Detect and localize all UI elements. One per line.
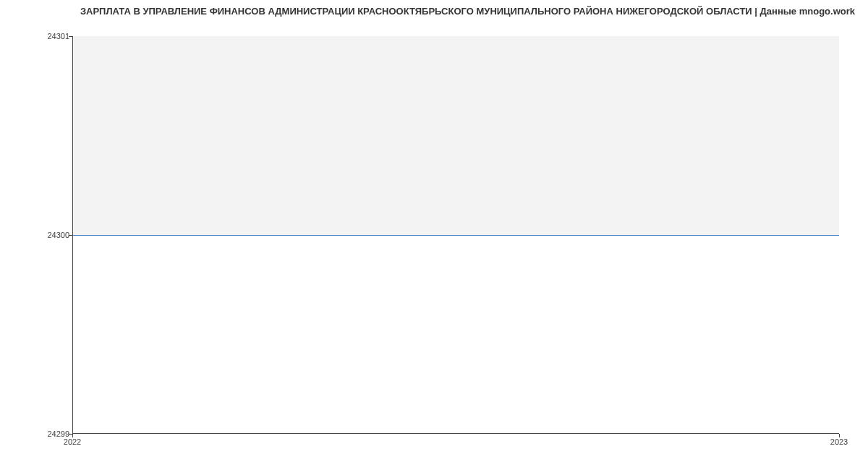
y-axis [72,36,73,434]
y-tick-label: 24301 [47,32,69,40]
data-line [72,235,839,236]
plot-area [72,36,839,434]
x-tick-label: 2022 [64,437,81,446]
x-tick-label: 2023 [830,437,848,446]
chart-container: ЗАРПЛАТА В УПРАВЛЕНИЕ ФИНАНСОВ АДМИНИСТР… [0,0,868,470]
chart-title: ЗАРПЛАТА В УПРАВЛЕНИЕ ФИНАНСОВ АДМИНИСТР… [80,6,855,17]
plot-background-upper [72,36,839,235]
y-tick-label: 24300 [47,231,69,239]
x-axis [72,433,839,434]
